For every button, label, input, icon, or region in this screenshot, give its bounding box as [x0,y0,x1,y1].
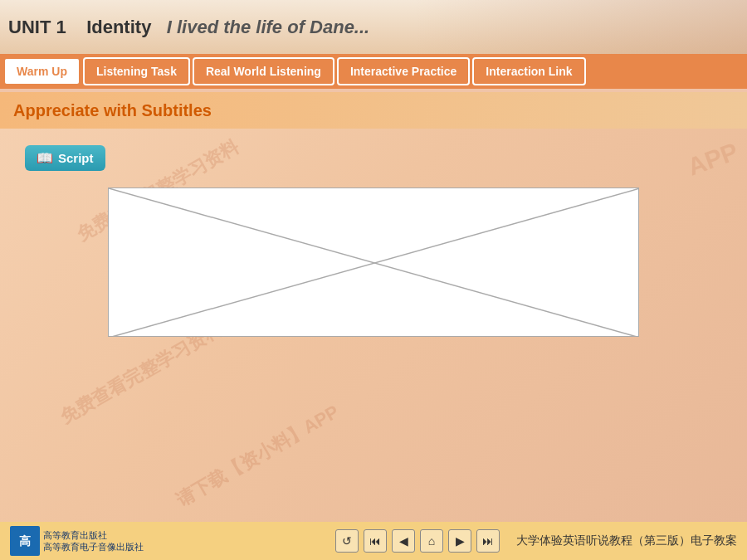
script-button[interactable]: 📖 Script [25,145,105,171]
watermark-4: 请下载【资小料】APP [172,400,344,514]
section-title: Appreciate with Subtitles [13,101,212,120]
ctrl-prev[interactable]: ◀ [392,529,415,553]
ctrl-home[interactable]: ⌂ [420,529,443,553]
footer-controls: ↺ ⏮ ◀ ⌂ ▶ ⏭ [335,529,500,553]
tab-warm-up[interactable]: Warm Up [3,57,81,85]
nav-bar: Warm Up Listening Task Real World Listen… [0,54,747,89]
svg-text:高: 高 [19,534,31,548]
tab-interactive-label: Interactive Practice [350,65,456,78]
header-bg [415,0,747,54]
tab-interactive-practice[interactable]: Interactive Practice [337,57,470,85]
header-title: UNIT 1 Identity I lived the life of Dane… [8,17,369,38]
tab-real-world-label: Real World Listening [206,65,321,78]
identity-label: Identity [86,17,151,37]
publisher-text: 高等教育出版社 高等教育电子音像出版社 [43,529,144,553]
script-button-label: Script [58,151,94,165]
app-watermark: APP [684,137,742,181]
ctrl-prev-start[interactable]: ⏮ [364,529,387,553]
tab-interaction-link-label: Interaction Link [486,65,572,78]
video-placeholder [108,187,639,337]
ctrl-next-end[interactable]: ⏭ [476,529,500,553]
section-banner: Appreciate with Subtitles [0,92,747,129]
video-x-lines [109,188,638,336]
header-area: UNIT 1 Identity I lived the life of Dane… [0,0,747,54]
tab-listening-task[interactable]: Listening Task [83,57,190,85]
footer-logo: 高 高等教育出版社 高等教育电子音像出版社 [10,526,144,556]
book-icon: 📖 [37,150,53,166]
footer: 高 高等教育出版社 高等教育电子音像出版社 ↺ ⏮ ◀ ⌂ ▶ ⏭ 大学体验英语… [0,522,747,560]
footer-description: 大学体验英语听说教程（第三版）电子教案 [516,533,737,548]
unit-number: UNIT 1 [8,17,66,37]
tab-listening-task-label: Listening Task [96,65,177,78]
main-content: 免费查看完整学习资料 请下载【资小料】APP 免费查看完整学习资料 请下载【资小… [0,129,747,522]
publisher-sub: 高等教育电子音像出版社 [43,541,144,553]
ctrl-replay[interactable]: ↺ [335,529,359,553]
subtitle-text: I lived the life of Dane... [167,17,370,37]
logo-svg: 高 [12,528,37,553]
tab-real-world-listening[interactable]: Real World Listening [193,57,334,85]
ctrl-next[interactable]: ▶ [448,529,471,553]
tab-interaction-link[interactable]: Interaction Link [472,57,585,85]
publisher-name: 高等教育出版社 [43,529,144,541]
publisher-logo-icon: 高 [10,526,40,556]
tab-warm-up-label: Warm Up [17,65,67,78]
